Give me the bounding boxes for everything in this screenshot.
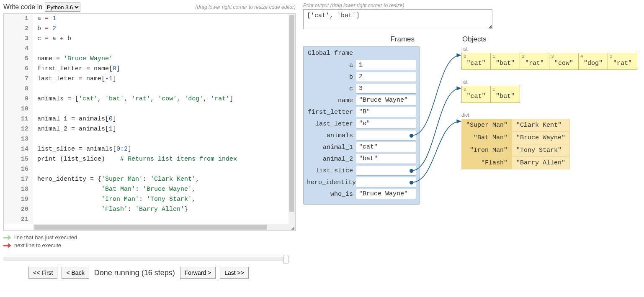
arrow-green-icon <box>3 235 12 240</box>
code-line[interactable]: first_letter = name[0] <box>33 64 289 74</box>
frame-var-value: "Bruce Wayne" <box>356 189 416 199</box>
print-output-text: ['cat', 'bat'] <box>307 12 360 19</box>
frame-var-value: "e" <box>356 119 416 129</box>
language-select[interactable]: Python 3.6 <box>45 3 80 12</box>
frame-var-name: last_leter <box>307 120 356 128</box>
code-line[interactable]: 'Bat Man': 'Bruce Wayne', <box>33 184 289 195</box>
code-line[interactable] <box>33 44 289 54</box>
object-type-label: list <box>461 46 637 52</box>
editor-hscrollbar[interactable] <box>33 224 289 230</box>
code-line[interactable]: name = 'Bruce Wayne' <box>33 54 289 64</box>
last-button[interactable]: Last >> <box>220 267 249 279</box>
line-number: 5 <box>4 54 33 64</box>
execution-status: Done running (16 steps) <box>94 269 175 277</box>
frame-var-name: animal_2 <box>307 156 356 163</box>
frame-var-value: "B" <box>356 107 416 117</box>
code-line[interactable]: list_slice = animals[0:2] <box>33 144 289 154</box>
line-number: 17 <box>4 174 33 184</box>
pointer-dot-icon <box>410 181 413 184</box>
legend-just-executed: line that has just executed <box>14 234 77 241</box>
forward-button[interactable]: Forward > <box>180 267 216 279</box>
line-number: 8 <box>4 84 33 94</box>
frame-var-value: 2 <box>356 72 416 82</box>
line-number: 19 <box>4 195 33 205</box>
code-line[interactable]: 'Iron Man': 'Tony Stark', <box>33 195 289 205</box>
frames-header: Frames <box>303 35 420 44</box>
line-number: 7 <box>4 74 33 84</box>
back-button[interactable]: < Back <box>62 267 89 279</box>
pointer-dot-icon <box>410 134 413 138</box>
code-line[interactable]: last_leter = name[-1] <box>33 74 289 84</box>
line-number: 18 <box>4 184 33 195</box>
list-cell: 4"dog" <box>579 53 608 70</box>
code-line[interactable] <box>33 215 289 224</box>
frame-var-value <box>356 166 416 176</box>
arrow-red-icon <box>3 243 12 248</box>
dict-key: "Flash" <box>462 157 512 169</box>
line-number: 1 <box>4 14 33 24</box>
code-line[interactable]: hero_identity = {'Super Man': 'Clark Ken… <box>33 174 289 184</box>
code-line[interactable]: animal_2 = animals[1] <box>33 124 289 134</box>
list-index: 3 <box>551 54 554 59</box>
line-number: 2 <box>4 24 33 34</box>
line-number: 3 <box>4 34 33 44</box>
frame-var-name: animal_1 <box>307 144 356 151</box>
line-number: 13 <box>4 134 33 144</box>
pointer-dot-icon <box>410 169 413 173</box>
code-line[interactable]: animal_1 = animals[0] <box>33 114 289 124</box>
code-line[interactable]: c = a + b <box>33 34 289 44</box>
editor-vscrollbar[interactable] <box>289 14 295 224</box>
frame-var-name: animals <box>307 132 356 139</box>
code-line[interactable]: animals = ['cat', 'bat', 'rat', 'cow', '… <box>33 94 289 104</box>
frame-var-name: c <box>307 85 356 92</box>
frame-var-value: 1 <box>356 60 416 70</box>
line-number: 20 <box>4 205 33 215</box>
editor-resize-corner-icon[interactable] <box>289 224 295 230</box>
list-object: 0"cat"1"bat"2"rat"3"cow"4"dog"5"rat" <box>461 53 637 70</box>
print-output-box[interactable]: ['cat', 'bat'] <box>303 9 492 29</box>
frame-var-name: who_is <box>307 191 356 198</box>
line-number: 4 <box>4 44 33 54</box>
list-cell: 1"bat" <box>491 53 520 70</box>
frame-var-name: list_slice <box>307 167 356 174</box>
code-line[interactable]: 'Flash': 'Barry Allen'} <box>33 205 289 215</box>
dict-value: "Bruce Wayne" <box>512 132 570 144</box>
dict-value: "Tony Stark" <box>512 144 570 157</box>
frame-var-value: "bat" <box>356 154 416 164</box>
code-line[interactable] <box>33 84 289 94</box>
objects-header: Objects <box>462 35 487 44</box>
code-line[interactable] <box>33 134 289 144</box>
step-slider-thumb[interactable] <box>283 255 289 264</box>
frame-var-value <box>356 177 416 187</box>
dict-value: "Barry Allen" <box>512 157 570 169</box>
write-code-label: Write code in <box>3 3 42 11</box>
step-slider[interactable] <box>3 257 288 261</box>
list-object: 0"cat"1"bat" <box>461 86 637 103</box>
frame-title: Global frame <box>307 50 416 57</box>
list-cell: 3"cow" <box>549 53 579 70</box>
editor-resize-hint: (drag lower right corner to resize code … <box>196 4 296 10</box>
frame-var-name: first_letter <box>307 109 356 116</box>
code-line[interactable] <box>33 164 289 174</box>
dict-key: "Super Man" <box>462 119 512 132</box>
list-index: 1 <box>492 87 495 92</box>
code-line[interactable] <box>33 104 289 114</box>
frame-var-name: b <box>307 74 356 81</box>
frame-var-name: hero_identity <box>307 179 356 186</box>
list-cell: 0"cat" <box>461 86 491 103</box>
dict-value: "Clark Kent" <box>512 119 570 132</box>
list-index: 4 <box>580 54 583 59</box>
dict-key: "Iron Man" <box>462 144 512 157</box>
code-editor[interactable]: 12345678910111213141516171819202122 a = … <box>3 13 296 231</box>
code-line[interactable]: b = 2 <box>33 24 289 34</box>
list-index: 1 <box>492 54 495 59</box>
global-frame: Global frame a1b2c3name"Bruce Wayne"firs… <box>303 46 420 205</box>
line-number: 16 <box>4 164 33 174</box>
code-line[interactable]: a = 1 <box>33 14 289 24</box>
list-index: 0 <box>464 87 466 92</box>
code-line[interactable]: print (list_slice) # Returns list items … <box>33 154 289 164</box>
line-number: 14 <box>4 144 33 154</box>
line-number: 10 <box>4 104 33 114</box>
list-index: 2 <box>522 54 525 59</box>
first-button[interactable]: << First <box>28 267 57 279</box>
